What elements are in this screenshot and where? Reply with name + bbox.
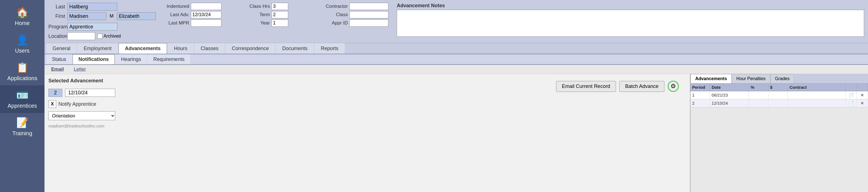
location-input[interactable] [67,32,95,40]
contractor-input[interactable] [349,3,389,10]
sidebar-item-home[interactable]: 🏠 Home [0,3,44,30]
sidebar-item-apprentices[interactable]: 🪪 Apprentices [0,86,44,113]
apprentices-icon: 🪪 [16,89,29,101]
tab-employment[interactable]: Employment [78,43,118,54]
applications-icon: 📋 [16,62,29,73]
sidebar: 🏠 Home 👤 Users 📋 Applications 🪪 Apprenti… [0,0,44,192]
email-current-record-button[interactable]: Email Current Record [556,81,616,92]
row-contract [788,91,846,99]
right-tab-hour-penalties[interactable]: Hour Penalties [732,74,770,83]
content-area: Selected Advancement 2 X Notify Apprenti… [44,74,868,192]
notify-label: Notify Apprentice [58,101,96,107]
training-icon: 📝 [16,117,29,129]
sidebar-item-label: Home [15,20,30,26]
table-row: 2 12/10/24 📄 ✕ [690,99,868,107]
advancement-date-input[interactable] [65,89,115,97]
year-input[interactable] [272,20,288,27]
dropdown-row: Orientation Advancement 1 Advancement 2 … [49,111,686,120]
archived-checkbox[interactable] [97,34,102,39]
batch-advance-button[interactable]: Batch Advance [619,81,664,92]
class-label2: Class [326,12,348,18]
tab-email[interactable]: Email [46,65,69,74]
last-name-row: Last [49,3,156,10]
notify-row: X Notify Apprentice [49,100,686,108]
edit-row-button[interactable]: 📄 [846,99,857,107]
term-row: Term [245,11,317,19]
col-edit [846,84,857,91]
last-adv-input[interactable] [191,11,221,19]
right-tab-grades[interactable]: Grades [770,74,794,83]
first-name-input[interactable] [67,12,106,20]
archived-label: Archived [103,34,121,39]
tab-documents[interactable]: Documents [276,43,314,54]
program-input[interactable] [67,23,117,31]
sidebar-item-users[interactable]: 👤 Users [0,30,44,58]
delete-row-button[interactable]: ✕ [857,99,868,107]
class-hrs-row: Class Hrs [245,3,317,10]
table-row: 1 06/21/23 📄 ✕ [690,91,868,99]
row-date: 12/10/24 [710,99,749,107]
orientation-dropdown[interactable]: Orientation Advancement 1 Advancement 2 … [49,111,115,120]
main-tab-bar: General Employment Advancements Hours Cl… [44,43,868,54]
last-name-input[interactable] [67,3,117,10]
col-percent: % [749,84,768,91]
class-hrs-label: Class Hrs [245,4,270,9]
users-icon: 👤 [16,34,29,46]
location-label: Location [49,33,65,39]
sub-tab-notifications[interactable]: Notifications [72,54,115,64]
term-input[interactable] [272,11,288,19]
advancement-number: 2 [49,89,62,97]
tab-hours[interactable]: Hours [167,43,194,54]
row-percent [749,91,768,99]
row-period: 2 [690,99,710,107]
last-mpr-label: Last MPR [164,20,189,26]
tab-reports[interactable]: Reports [314,43,345,54]
top-info-bar: Last First M Program Location [44,0,868,43]
location-row: Location Archived [49,32,156,40]
sub-tab-requirements[interactable]: Requirements [148,54,190,64]
tab-classes[interactable]: Classes [194,43,225,54]
indentured-row: Indentured [164,3,237,10]
adv-table-body: 1 06/21/23 📄 ✕ 2 12/10/24 � [690,91,868,192]
class-input[interactable] [349,11,389,19]
row-date: 06/21/23 [710,91,749,99]
row-percent [749,99,768,107]
sidebar-item-label: Apprentices [7,103,37,109]
tab-letter[interactable]: Letter [69,65,91,74]
right-tab-advancements[interactable]: Advancements [690,74,732,83]
class-row2: Class [326,11,389,19]
middle-name-input[interactable] [117,12,156,20]
year-label: Year [245,20,270,26]
tab-correspondence[interactable]: Correspondence [225,43,275,54]
first-label: First [49,13,65,19]
appr-id-input[interactable] [349,20,389,27]
email-hint: madisen@tradeschoolinc.com [49,124,686,128]
appr-id-label: Appr ID [326,20,348,26]
sub-tab-status[interactable]: Status [46,54,72,64]
sidebar-item-training[interactable]: 📝 Training [0,113,44,140]
notify-checkbox[interactable]: X [49,100,56,108]
last-mpr-input[interactable] [191,20,221,27]
delete-row-button[interactable]: ✕ [857,91,868,99]
sidebar-item-label: Training [12,130,32,137]
row-dollar [768,99,788,107]
tab-advancements[interactable]: Advancements [119,43,167,54]
col-dollar: $ [768,84,788,91]
row-contract [788,99,846,107]
gear-settings-button[interactable]: ⚙ [668,81,679,92]
term-label: Term [245,12,270,18]
col-contract: Contract [788,84,846,91]
adv-table-header: Period Date % $ Contract [690,84,868,91]
edit-row-button[interactable]: 📄 [846,91,857,99]
class-hrs-input[interactable] [272,3,288,10]
indentured-input[interactable] [191,3,221,10]
sidebar-item-applications[interactable]: 📋 Applications [0,58,44,86]
tab-general[interactable]: General [46,43,77,54]
sub-tab-hearings[interactable]: Hearings [115,54,147,64]
col-delete [857,84,868,91]
contractor-row: Contractor [326,3,389,10]
sub-tab-bar: Status Notifications Hearings Requiremen… [44,54,868,65]
contractor-label: Contractor [326,4,348,9]
advancement-notes-textarea[interactable] [399,12,862,34]
advancement-notes-area [397,10,864,37]
